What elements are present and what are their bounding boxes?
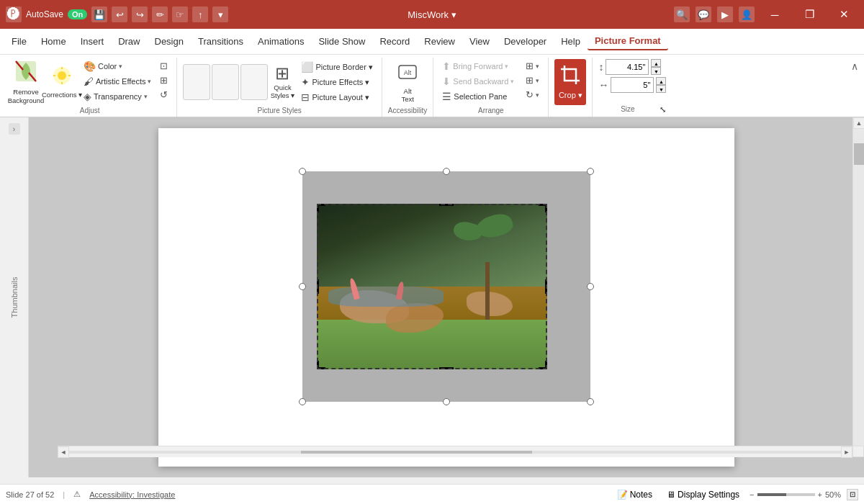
width-up[interactable]: ▲	[656, 77, 666, 85]
handle-ml[interactable]	[299, 283, 306, 290]
size-expand-icon[interactable]: ⤡	[660, 105, 666, 114]
profile-icon[interactable]: 👤	[739, 6, 755, 22]
menu-insert[interactable]: Insert	[73, 33, 112, 50]
rotate-button[interactable]: ↻ ▾	[523, 88, 542, 102]
picture-border-button[interactable]: ⬜ Picture Border ▾	[298, 60, 375, 74]
search-icon[interactable]: 🔍	[674, 6, 690, 22]
ribbon-collapse[interactable]: ∧	[848, 58, 861, 117]
share-icon[interactable]: ↑	[192, 6, 208, 22]
crop-handle-lm[interactable]	[317, 279, 325, 294]
zoom-slider[interactable]	[757, 493, 815, 496]
menu-animations[interactable]: Animations	[251, 33, 311, 50]
zoom-in-icon[interactable]: +	[818, 490, 822, 499]
artistic-effects-button[interactable]: 🖌 Artistic Effects ▾	[81, 74, 154, 89]
width-spinner[interactable]: ▲ ▼	[656, 77, 666, 93]
slide-scrollbar-vertical[interactable]: ▲ ▼	[852, 117, 864, 457]
present-icon[interactable]: ▶	[717, 6, 733, 22]
picture-style-3[interactable]	[240, 64, 268, 100]
crop-handle-tl[interactable]	[317, 204, 325, 212]
thumbnails-expand-button[interactable]: ›	[9, 123, 20, 135]
handle-tc[interactable]	[443, 168, 450, 175]
transparency-button[interactable]: ◈ Transparency ▾	[81, 89, 154, 104]
picture-style-2[interactable]	[212, 64, 239, 100]
change-picture-button[interactable]: ⊞	[157, 73, 171, 87]
crop-handle-rm[interactable]	[539, 279, 547, 294]
fit-slide-button[interactable]: ⊡	[847, 489, 858, 500]
display-settings-button[interactable]: 🖥 Display Settings	[662, 488, 744, 501]
bring-forward-button[interactable]: ⬆ Bring Forward ▾	[439, 59, 517, 73]
picture-layout-button[interactable]: ⊟ Picture Layout ▾	[298, 90, 375, 104]
menu-help[interactable]: Help	[554, 33, 588, 50]
crop-handle-tr[interactable]	[539, 204, 547, 212]
height-down[interactable]: ▼	[651, 67, 661, 75]
restore-button[interactable]: ❐	[795, 0, 824, 29]
comment-icon[interactable]: 💬	[696, 6, 711, 22]
corrections-button[interactable]: Corrections ▾	[46, 59, 78, 105]
close-button[interactable]: ✕	[829, 0, 858, 29]
slide-image-container[interactable]	[302, 171, 590, 402]
menu-slideshow[interactable]: Slide Show	[311, 33, 372, 50]
compress-button[interactable]: ⊡	[157, 59, 171, 73]
selection-pane-button[interactable]: ☰ Selection Pane	[439, 89, 517, 104]
quick-styles-button[interactable]: ⊞ QuickStyles ▾	[269, 59, 295, 105]
minimize-button[interactable]: ─	[760, 0, 789, 29]
scroll-left-button[interactable]: ◄	[58, 446, 69, 458]
menu-draw[interactable]: Draw	[111, 33, 147, 50]
scroll-thumb-horizontal[interactable]	[301, 451, 533, 454]
alt-text-button[interactable]: Alt AltText	[392, 59, 423, 105]
crop-handle-bl[interactable]	[317, 361, 325, 369]
zoom-level[interactable]: 50%	[825, 490, 841, 499]
menu-design[interactable]: Design	[148, 33, 191, 50]
menu-view[interactable]: View	[462, 33, 497, 50]
reset-picture-button[interactable]: ↺	[157, 88, 171, 102]
touch-icon[interactable]: ☞	[172, 6, 188, 22]
handle-tr[interactable]	[587, 168, 594, 175]
picture-style-1[interactable]	[183, 64, 210, 100]
height-up[interactable]: ▲	[651, 59, 661, 67]
autosave-toggle[interactable]: On	[68, 9, 87, 19]
scroll-up-button[interactable]: ▲	[853, 117, 864, 129]
handle-br[interactable]	[587, 398, 594, 405]
redo-icon[interactable]: ↪	[132, 6, 148, 22]
scroll-right-button[interactable]: ►	[841, 446, 852, 458]
width-input[interactable]	[611, 77, 654, 93]
zoom-out-icon[interactable]: −	[750, 490, 754, 499]
height-spinner[interactable]: ▲ ▼	[651, 59, 661, 75]
accessibility-status[interactable]: Accessibility: Investigate	[89, 490, 175, 499]
menu-developer[interactable]: Developer	[497, 33, 554, 50]
menu-transitions[interactable]: Transitions	[191, 33, 251, 50]
send-backward-button[interactable]: ⬇ Send Backward ▾	[439, 74, 517, 89]
crop-button[interactable]: Crop ▾	[554, 59, 586, 105]
slide-scrollbar-horizontal[interactable]: ◄ ►	[58, 446, 852, 457]
notes-button[interactable]: 📝 Notes	[613, 488, 657, 501]
width-down[interactable]: ▼	[656, 85, 666, 93]
color-button[interactable]: 🎨 Color ▾	[81, 59, 154, 73]
group-button[interactable]: ⊞ ▾	[523, 73, 542, 87]
customize-icon[interactable]: ✏	[152, 6, 168, 22]
crop-handle-br[interactable]	[539, 361, 547, 369]
undo-icon[interactable]: ↩	[112, 6, 127, 22]
handle-bc[interactable]	[443, 398, 450, 405]
picture-effects-button[interactable]: ✦ Picture Effects ▾	[298, 75, 375, 89]
menu-home[interactable]: Home	[34, 33, 73, 50]
crop-handle-bm[interactable]	[439, 361, 454, 369]
crop-handle-tm[interactable]	[439, 204, 454, 212]
save-icon[interactable]: 💾	[91, 6, 107, 22]
scroll-track-vertical[interactable]	[853, 129, 864, 446]
menu-review[interactable]: Review	[417, 33, 462, 50]
slide-area[interactable]: ▲ ▼ ◄ ►	[29, 117, 864, 477]
scroll-thumb-vertical[interactable]	[854, 143, 864, 165]
height-input[interactable]	[606, 59, 649, 75]
menu-file[interactable]: File	[4, 33, 34, 50]
scroll-track-horizontal[interactable]	[69, 451, 841, 454]
more-icon[interactable]: ▾	[212, 6, 228, 22]
handle-tl[interactable]	[299, 168, 306, 175]
file-dropdown[interactable]: ▾	[451, 9, 456, 20]
align-button[interactable]: ⊞ ▾	[523, 59, 542, 73]
remove-background-button[interactable]: RemoveBackground	[9, 59, 43, 105]
slide-canvas[interactable]	[158, 128, 734, 467]
menu-picture-format[interactable]: Picture Format	[588, 32, 668, 50]
menu-record[interactable]: Record	[372, 33, 417, 50]
handle-mr[interactable]	[587, 283, 594, 290]
handle-bl[interactable]	[299, 398, 306, 405]
